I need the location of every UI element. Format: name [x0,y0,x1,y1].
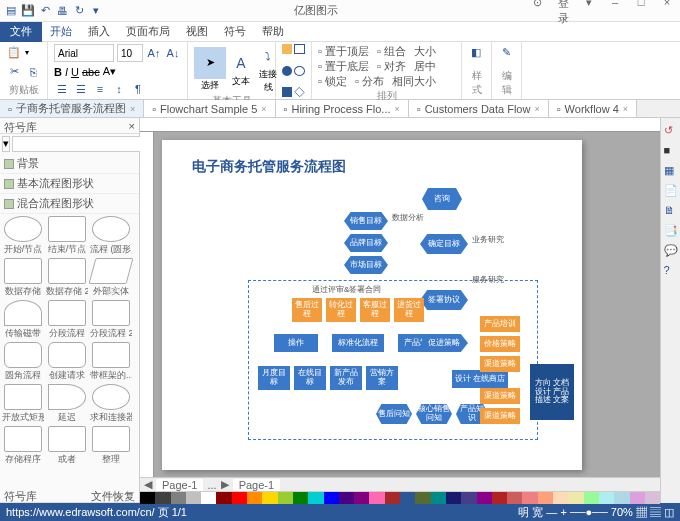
qat-cut-icon[interactable]: ↻ [72,4,86,18]
shape-2-0[interactable]: 传输磁带 [2,300,44,340]
color-swatch-31[interactable] [614,492,629,504]
distribute[interactable]: ▫ 分布 [355,74,384,89]
shape-3-1[interactable]: 创建请求 [46,342,88,382]
page-next[interactable]: ▶ [221,478,229,491]
shape-1-1[interactable]: 数据存储 2 [46,258,88,298]
color-swatch-3[interactable] [186,492,201,504]
align-left-icon[interactable]: ≡ [92,81,108,97]
color-swatch-10[interactable] [293,492,308,504]
shape-1-0[interactable]: 数据存储 [2,258,44,298]
color-swatch-0[interactable] [140,492,155,504]
font-color-button[interactable]: A▾ [103,65,116,78]
shape-3-0[interactable]: 圆角流程 [2,342,44,382]
rpanel-icon-1[interactable]: ■ [664,144,678,158]
login-button[interactable]: 登录 [554,0,572,26]
tab-symbols[interactable]: 符号 [216,21,254,42]
page-tab-1[interactable]: Page-1 [156,479,203,491]
node-ship[interactable]: 进货过程 [394,298,424,322]
node-brand_goal[interactable]: 品牌目标 [344,234,388,252]
strike-button[interactable]: abc [82,66,100,78]
tab-layout[interactable]: 页面布局 [118,21,178,42]
status-url[interactable]: https://www.edrawsoft.com/cn/ [6,506,155,518]
color-swatch-30[interactable] [599,492,614,504]
sidebar-tab-recover[interactable]: 文件恢复 [91,489,135,500]
node-channel1[interactable]: 渠道策略 [480,356,520,372]
shape-5-1[interactable]: 或者 [46,426,88,466]
doc-tab-0[interactable]: ▫子商务托管服务流程图× [0,100,144,117]
bring-front[interactable]: ▫ 置于顶层 [318,44,369,59]
shape-diamond[interactable] [294,87,304,97]
color-swatch-17[interactable] [400,492,415,504]
node-operate[interactable]: 操作 [274,334,318,352]
sidebar-tab-lib[interactable]: 符号库 [4,489,37,500]
tab-help[interactable]: 帮助 [254,21,292,42]
node-set_goal[interactable]: 确定目标 [420,234,468,254]
shape-4-2[interactable]: 求和连接器 [90,384,132,424]
rpanel-icon-5[interactable]: 📑 [664,224,678,238]
minimize-button[interactable]: – [606,0,624,26]
font-name-select[interactable]: Arial [54,44,114,62]
qat-more-icon[interactable]: ▾ [89,4,103,18]
shape-0-0[interactable]: 开始/节点 [2,216,44,256]
shape-0-1[interactable]: 结束/节点 [46,216,88,256]
rpanel-icon-4[interactable]: 🗎 [664,204,678,218]
color-swatch-29[interactable] [584,492,599,504]
shape-circle-outline[interactable] [294,66,305,76]
doc-tab-2[interactable]: ▫Hiring Process Flo...× [276,100,409,117]
node-prodtrain2[interactable]: 产品培训 [480,316,520,332]
more-para-icon[interactable]: ¶ [130,81,146,97]
qat-undo-icon[interactable]: ↶ [38,4,52,18]
font-shrink-icon[interactable]: A↓ [165,45,181,61]
font-grow-icon[interactable]: A↑ [146,45,162,61]
rpanel-icon-7[interactable]: ? [664,264,678,278]
shape-4-0[interactable]: 开放式矩形 [2,384,44,424]
rpanel-icon-2[interactable]: ▦ [664,164,678,178]
node-monthly[interactable]: 月度目标 [258,366,290,390]
underline-button[interactable]: U [71,66,79,78]
node-standard[interactable]: 标准化流程 [332,334,384,352]
shape-rect-orange[interactable] [282,44,292,54]
shape-2-1[interactable]: 分段流程 [46,300,88,340]
page-prev[interactable]: ◀ [144,478,152,491]
pointer-tool[interactable]: ➤ [194,47,226,79]
color-swatch-14[interactable] [354,492,369,504]
sidebar-close-icon[interactable]: × [129,120,135,131]
node-channel3[interactable]: 渠道策略 [480,408,520,424]
node-online[interactable]: 在线目标 [294,366,326,390]
font-size-select[interactable]: 10 [117,44,143,62]
color-swatch-13[interactable] [339,492,354,504]
size-lbl[interactable]: 大小 [414,44,436,59]
color-swatch-32[interactable] [630,492,645,504]
node-output[interactable]: 方向 文档 设计 产品描述 文案 [530,364,574,420]
close-button[interactable]: × [658,0,676,26]
color-swatch-6[interactable] [232,492,247,504]
page-tab-2[interactable]: Page-1 [233,479,280,491]
node-consult[interactable]: 咨询 [422,188,462,210]
shape-0-2[interactable]: 流程 (圆形) [90,216,132,256]
edit-button[interactable]: ✎ [498,44,514,60]
canvas-page[interactable]: 电子商务托管服务流程图 咨询销售目标品牌目标市场目标确定目标签署协议售后过程转化… [162,140,582,470]
color-swatch-25[interactable] [522,492,537,504]
shape-rect-blue[interactable] [282,87,292,97]
color-swatch-8[interactable] [262,492,277,504]
node-sales_goal[interactable]: 销售目标 [344,212,388,230]
group[interactable]: ▫ 组合 [377,44,406,59]
cut-icon[interactable]: ✂ [6,64,22,80]
maximize-button[interactable]: □ [632,0,650,26]
node-coresale[interactable]: 核心销售问知 [416,404,452,424]
node-sentiment[interactable]: 营销方案 [366,366,398,390]
rpanel-icon-6[interactable]: 💬 [664,244,678,258]
paste-icon[interactable]: 📋 [6,44,22,60]
tab-view[interactable]: 视图 [178,21,216,42]
color-swatch-28[interactable] [568,492,583,504]
qat-print-icon[interactable]: 🖶 [55,4,69,18]
tab-insert[interactable]: 插入 [80,21,118,42]
color-swatch-24[interactable] [507,492,522,504]
color-swatch-33[interactable] [645,492,660,504]
color-swatch-19[interactable] [431,492,446,504]
qat-save-icon[interactable]: 💾 [21,4,35,18]
color-swatch-4[interactable] [201,492,216,504]
node-aftersale2[interactable]: 售后问知 [376,404,412,424]
node-priceplan[interactable]: 价格策略 [480,336,520,352]
file-menu[interactable]: 文件 [0,22,42,42]
